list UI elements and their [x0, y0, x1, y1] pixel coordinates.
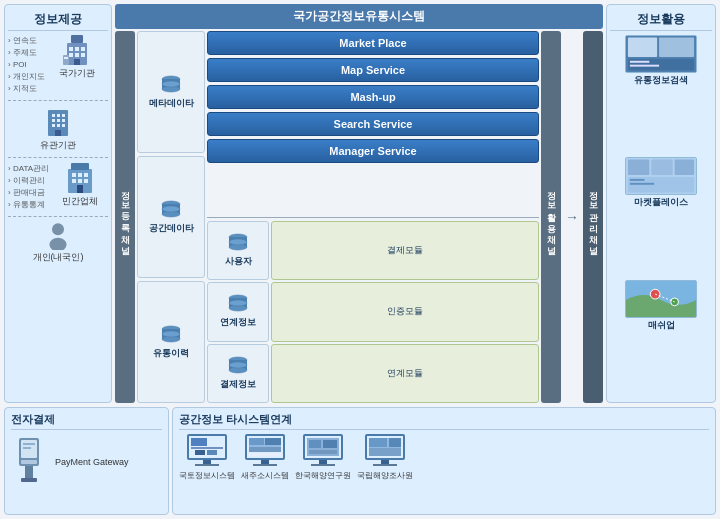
left-panel: 정보제공 연속도주제도POI개인지도지적도 — [4, 4, 112, 403]
link-module-label: 연계모듈 — [387, 367, 423, 380]
svg-rect-102 — [309, 440, 321, 448]
entity-label-1: 국가기관 — [59, 67, 95, 80]
bottom-right-title: 공간정보 타시스템연계 — [179, 412, 709, 430]
payment-icon-container — [11, 438, 47, 486]
svg-rect-1 — [71, 35, 83, 43]
link-data-label: 연계정보 — [220, 316, 256, 329]
svg-rect-65 — [628, 160, 649, 176]
svg-rect-85 — [191, 447, 223, 449]
system-item-2: 새주소시스템 — [241, 434, 289, 481]
payment-db-icon — [227, 356, 249, 376]
svg-rect-79 — [21, 478, 37, 482]
entity-bullets-1: 연속도주제도POI개인지도지적도 — [8, 35, 45, 95]
market-place-btn[interactable]: Market Place — [207, 31, 539, 55]
center-panel: 국가공간정보유통시스템 정보등록채널 메타데이타 — [115, 4, 603, 403]
entity-label-4: 개인(내국인) — [33, 251, 84, 264]
computer-icon-2 — [243, 434, 287, 468]
svg-rect-93 — [249, 438, 264, 445]
right-label-1: 유통정보검색 — [634, 74, 688, 87]
system-items: 국토정보시스템 새주소시스템 — [179, 434, 709, 481]
svg-rect-17 — [57, 119, 60, 122]
svg-rect-60 — [659, 37, 694, 56]
svg-rect-66 — [651, 160, 672, 176]
user-data-label: 사용자 — [225, 255, 252, 268]
svg-rect-113 — [381, 460, 389, 464]
svg-rect-96 — [249, 453, 281, 456]
svg-rect-25 — [72, 173, 76, 177]
svg-rect-103 — [323, 440, 337, 448]
payment-data-block: 결제정보 — [207, 344, 269, 404]
bottom-data-blocks: 사용자 연계정보 — [207, 221, 269, 404]
mashup-preview — [626, 280, 696, 318]
svg-rect-98 — [253, 464, 277, 466]
related-org-icon — [44, 106, 72, 138]
svg-point-33 — [49, 238, 66, 250]
system-label-4: 국립해양조사원 — [357, 470, 413, 481]
svg-rect-31 — [77, 185, 83, 193]
top-section: 정보제공 연속도주제도POI개인지도지적도 — [4, 4, 716, 403]
left-entities: 연속도주제도POI개인지도지적도 — [8, 35, 108, 398]
national-org-icon — [63, 35, 91, 67]
info-search-preview — [626, 35, 696, 73]
svg-rect-77 — [21, 460, 37, 464]
payment-data-label: 결제정보 — [220, 378, 256, 391]
payment-module-label: 결제모듈 — [387, 244, 423, 257]
svg-point-72 — [650, 289, 660, 299]
right-item-1: 유통정보검색 — [610, 35, 712, 153]
entity-item-4: 개인(내국인) — [8, 222, 108, 264]
main-wrapper: 정보제공 연속도주제도POI개인지도지적도 — [0, 0, 720, 519]
entity-item-1: 연속도주제도POI개인지도지적도 — [8, 35, 108, 95]
svg-rect-26 — [78, 173, 82, 177]
register-channel-label: 정보등록채널 — [119, 184, 132, 250]
system-item-3: 한국해양연구원 — [295, 434, 351, 481]
svg-rect-24 — [71, 163, 89, 170]
svg-rect-94 — [265, 438, 281, 445]
right-item-2: 마켓플레이스 — [610, 157, 712, 275]
svg-rect-81 — [23, 447, 31, 449]
spatial-db-icon — [160, 200, 182, 220]
svg-rect-19 — [52, 124, 55, 127]
register-channel-bar: 정보등록채널 — [115, 31, 135, 403]
right-label-2: 마켓플레이스 — [634, 196, 688, 209]
svg-rect-29 — [78, 179, 82, 183]
svg-rect-111 — [389, 438, 401, 447]
svg-rect-11 — [66, 57, 68, 59]
svg-rect-14 — [57, 114, 60, 117]
private-org-icon — [66, 163, 94, 195]
svg-rect-2 — [69, 47, 73, 51]
map-service-btn[interactable]: Map Service — [207, 58, 539, 82]
svg-rect-84 — [191, 438, 207, 446]
svg-rect-114 — [373, 464, 397, 466]
utilization-channel-label: 정보활용채널 — [545, 184, 558, 250]
svg-rect-106 — [311, 464, 335, 466]
computer-icon-1 — [185, 434, 229, 468]
module-blocks: 결제모듈 인증모듈 연계모듈 — [271, 221, 539, 404]
search-service-btn[interactable]: Search Service — [207, 112, 539, 136]
payment-gateway-icon — [11, 438, 47, 486]
right-items: 유통정보검색 마켓 — [610, 35, 712, 398]
svg-rect-69 — [630, 179, 645, 181]
payment-label: PayMent Gateway — [55, 457, 129, 467]
svg-rect-95 — [249, 447, 281, 452]
bottom-right-panel: 공간정보 타시스템연계 국토정보시스템 — [172, 407, 716, 515]
system-label-3: 한국해양연구원 — [295, 470, 351, 481]
manager-service-btn[interactable]: Manager Service — [207, 139, 539, 163]
bottom-left-title: 전자결제 — [11, 412, 162, 430]
mashup-btn[interactable]: Mash-up — [207, 85, 539, 109]
svg-rect-30 — [84, 179, 88, 183]
svg-rect-112 — [369, 448, 401, 456]
svg-rect-18 — [62, 119, 65, 122]
system-item-4: 국립해양조사원 — [357, 434, 413, 481]
svg-rect-89 — [195, 464, 219, 466]
right-item-3: 매쉬업 — [610, 280, 712, 398]
computer-icon-3 — [301, 434, 345, 468]
individual-icon — [46, 222, 70, 250]
svg-rect-110 — [369, 438, 387, 447]
entity-label-2: 유관기관 — [40, 139, 76, 152]
spatial-data-label: 공간데이타 — [149, 222, 194, 235]
payment-content: PayMent Gateway — [11, 434, 162, 486]
market-preview — [626, 157, 696, 195]
svg-point-45 — [162, 331, 180, 337]
svg-point-37 — [162, 81, 180, 87]
svg-rect-5 — [69, 53, 73, 57]
